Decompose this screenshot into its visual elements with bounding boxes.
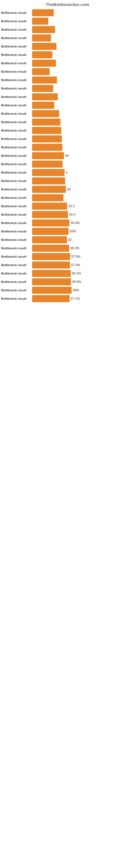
bar-container: 55% (32, 228, 134, 235)
bar-container: 49 (32, 186, 134, 193)
table-row: Bottleneck result (0, 26, 135, 33)
bar-value: 56.2% (70, 246, 79, 250)
bar-container (32, 102, 134, 109)
bar-value: 55% (70, 229, 76, 233)
row-label: Bottleneck result (1, 36, 32, 40)
bar-container (32, 18, 134, 25)
bar-container (32, 135, 134, 143)
chart-container: Bottleneck resultBottleneck resultBottle… (0, 9, 135, 302)
bar (32, 161, 63, 167)
bar-container (32, 9, 134, 16)
bar-value: 49 (67, 187, 71, 191)
bar-value: 44 (65, 154, 69, 158)
site-title: TheBottlenecker.com (0, 0, 135, 8)
bar (32, 278, 71, 285)
table-row: Bottleneck result (0, 51, 135, 58)
row-label: Bottleneck result (1, 230, 32, 233)
bar (32, 228, 69, 235)
table-row: Bottleneck result58.5% (0, 278, 135, 285)
bar (32, 295, 70, 302)
table-row: Bottleneck result (0, 135, 135, 143)
row-label: Bottleneck result (1, 104, 32, 107)
row-label: Bottleneck result (1, 247, 32, 250)
bar-container (32, 119, 134, 126)
bar (32, 51, 52, 58)
bar-value: 56.4% (71, 221, 80, 225)
table-row: Bottleneck result (0, 76, 135, 84)
bar (32, 169, 64, 176)
bar (32, 270, 71, 277)
bar-container (32, 76, 134, 84)
bar-value: 4 (65, 170, 68, 175)
bar (32, 34, 51, 41)
table-row: Bottleneck result59% (0, 287, 135, 294)
bar-container (32, 26, 134, 33)
row-label: Bottleneck result (1, 162, 32, 166)
bar (32, 18, 48, 25)
table-row: Bottleneck result (0, 194, 135, 201)
row-label: Bottleneck result (1, 70, 32, 73)
row-label: Bottleneck result (1, 205, 32, 208)
bar (32, 261, 70, 269)
bar (32, 194, 63, 201)
bar (32, 135, 62, 143)
bar-container (32, 60, 134, 67)
bar (32, 9, 54, 16)
bar (32, 219, 70, 226)
table-row: Bottleneck result (0, 93, 135, 100)
table-row: Bottleneck result (0, 161, 135, 167)
table-row: Bottleneck result (0, 60, 135, 67)
bar (32, 119, 60, 126)
table-row: Bottleneck result56.2% (0, 245, 135, 252)
row-label: Bottleneck result (1, 146, 32, 149)
bar-container: 4 (32, 169, 134, 176)
table-row: Bottleneck result (0, 18, 135, 25)
row-label: Bottleneck result (1, 112, 32, 115)
row-label: Bottleneck result (1, 221, 32, 225)
bar-container (32, 144, 134, 151)
bar (32, 245, 69, 252)
bar (32, 177, 65, 184)
bar-container (32, 68, 134, 75)
table-row: Bottleneck result (0, 43, 135, 50)
table-row: Bottleneck result56.4% (0, 219, 135, 226)
row-label: Bottleneck result (1, 255, 32, 258)
bar-container (32, 177, 134, 184)
row-label: Bottleneck result (1, 45, 32, 48)
bar-value: 58.5% (72, 280, 81, 284)
bar-value: 57.1% (71, 297, 80, 301)
table-row: Bottleneck result (0, 144, 135, 151)
bar-container: 44 (32, 152, 134, 159)
row-label: Bottleneck result (1, 272, 32, 275)
bar (32, 253, 70, 260)
bar-container (32, 110, 134, 117)
bar-container: 56.2% (32, 245, 134, 252)
bar-container: 53.2 (32, 203, 134, 210)
bar-container (32, 93, 134, 100)
row-label: Bottleneck result (1, 53, 32, 56)
row-label: Bottleneck result (1, 129, 32, 132)
bar-container: 56.4% (32, 219, 134, 226)
bar-value: 59% (73, 288, 79, 292)
row-label: Bottleneck result (1, 79, 32, 82)
row-label: Bottleneck result (1, 179, 32, 183)
bar-container (32, 34, 134, 41)
bar (32, 26, 55, 33)
bar-container: 52. (32, 236, 134, 243)
table-row: Bottleneck result (0, 177, 135, 184)
row-label: Bottleneck result (1, 154, 32, 157)
bar (32, 127, 61, 134)
table-row: Bottleneck result49 (0, 186, 135, 193)
bar-container: 54.4 (32, 211, 134, 218)
bar (32, 93, 58, 100)
bar (32, 76, 57, 84)
bar-container (32, 85, 134, 92)
table-row: Bottleneck result (0, 102, 135, 109)
bar-container (32, 43, 134, 50)
table-row: Bottleneck result54.4 (0, 211, 135, 218)
bar (32, 60, 56, 67)
table-row: Bottleneck result57.4% (0, 261, 135, 269)
bar-value: 54.4 (69, 213, 75, 216)
bar (32, 287, 72, 294)
bar (32, 144, 62, 151)
